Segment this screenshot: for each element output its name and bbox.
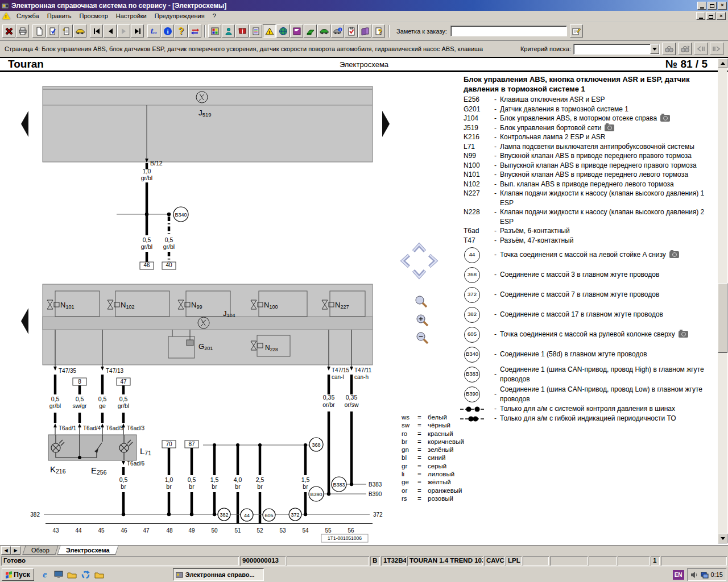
new-document-button[interactable] xyxy=(32,24,46,38)
legend-description: Выпускной клапан ABS в приводе переднего… xyxy=(500,161,717,171)
diagram-label: 70 xyxy=(166,441,172,447)
diagram-label: gr/bl xyxy=(163,243,175,250)
documents-button[interactable] xyxy=(249,24,262,38)
scrollbar-thumb[interactable] xyxy=(718,283,727,353)
quicklaunch-desktop-icon[interactable] xyxy=(53,569,64,580)
diagram-label: T47/15 xyxy=(332,367,350,373)
color-code-row-bl: bl=синий xyxy=(402,454,464,462)
menu-item-Просмотр[interactable]: Просмотр xyxy=(76,11,112,20)
refresh-button[interactable] xyxy=(188,24,201,38)
nav-first-button[interactable] xyxy=(90,24,103,38)
zoom-in-icon[interactable] xyxy=(415,313,430,328)
document-help-button[interactable]: ? xyxy=(372,24,385,38)
nav-next-button[interactable] xyxy=(117,24,130,38)
menu-item-Настройки[interactable]: Настройки xyxy=(112,11,151,20)
legend-term: L71 xyxy=(464,142,475,152)
goto-button[interactable]: t.. xyxy=(147,24,160,38)
diagram-label: can-l xyxy=(332,374,344,380)
tab-scroll-left-button[interactable]: ◀ xyxy=(1,546,11,555)
status-cell-8 xyxy=(523,556,549,566)
diagram-scroll-right-icon[interactable] xyxy=(382,111,390,137)
new-order-button[interactable] xyxy=(60,24,73,38)
parts-catalog-button[interactable] xyxy=(208,24,221,38)
tab-Электросхема[interactable]: Электросхема xyxy=(57,546,118,555)
find-button[interactable] xyxy=(662,43,676,55)
zoom-out-icon[interactable] xyxy=(415,331,430,346)
jump-forward-button[interactable] xyxy=(710,43,723,55)
close-button[interactable]: × xyxy=(718,2,727,10)
legend-term: N227 xyxy=(464,189,480,198)
internet-button[interactable] xyxy=(276,24,289,38)
tab-scroll-right-button[interactable]: ▶ xyxy=(11,546,20,555)
language-indicator[interactable]: EN xyxy=(673,570,684,580)
combo-dropdown-button[interactable] xyxy=(650,44,659,54)
nav-last-button[interactable] xyxy=(131,24,144,38)
vehicle-info-button[interactable]: i xyxy=(331,24,344,38)
info-button[interactable]: i xyxy=(161,24,174,38)
quicklaunch-folder-icon[interactable] xyxy=(67,569,77,580)
diagram-scroll-left2-icon[interactable] xyxy=(21,308,28,334)
pan-right-icon[interactable] xyxy=(427,252,439,269)
diagram-label: K216 xyxy=(50,464,66,475)
child-restore-button[interactable] xyxy=(706,12,715,20)
vehicle-data-button[interactable] xyxy=(317,24,330,38)
legend-item-372: 372-Соединение с массой 7 в главном жгут… xyxy=(464,285,717,305)
scroll-down-button[interactable] xyxy=(718,534,727,543)
quicklaunch-folder2-icon[interactable] xyxy=(94,569,105,580)
wire-symbol xyxy=(460,406,485,413)
status-cell-0: Готово xyxy=(1,556,239,566)
menu-item-Предупреждения[interactable]: Предупреждения xyxy=(151,11,209,20)
manuals-button[interactable] xyxy=(235,24,249,38)
legend-dash: - xyxy=(491,207,500,217)
diagram-label: T47/11 xyxy=(354,367,372,373)
network-icon[interactable] xyxy=(701,571,709,579)
search-combobox[interactable] xyxy=(573,44,660,55)
flag-button[interactable] xyxy=(290,24,303,38)
menu-item-Править[interactable]: Править xyxy=(43,11,76,20)
menu-item-?[interactable]: ? xyxy=(209,11,220,20)
pan-left-icon[interactable] xyxy=(399,252,412,269)
diagram-label: 43 xyxy=(52,527,59,534)
order-note-button[interactable] xyxy=(570,24,583,38)
tasks-button[interactable] xyxy=(345,24,358,38)
edit-document-button[interactable] xyxy=(46,24,59,38)
status-cell-13 xyxy=(661,556,727,566)
minimize-button[interactable] xyxy=(697,2,706,10)
nav-prev-button[interactable] xyxy=(104,24,117,38)
find-next-button[interactable] xyxy=(678,43,692,55)
warnings-button[interactable]: ! xyxy=(263,24,276,38)
menu-item-Служба[interactable]: Служба xyxy=(13,11,43,20)
diagram-label: 0,5 xyxy=(188,476,196,483)
archive-button[interactable] xyxy=(358,24,371,38)
jump-back-button[interactable] xyxy=(694,43,708,55)
diagram-label: 56 xyxy=(348,527,354,534)
child-minimize-button[interactable] xyxy=(696,12,705,20)
print-button[interactable] xyxy=(16,24,29,38)
quicklaunch-ie-icon[interactable]: e xyxy=(40,569,50,580)
legend-dash: - xyxy=(491,132,500,142)
tab-Обзор[interactable]: Обзор xyxy=(22,546,58,555)
vertical-scrollbar[interactable] xyxy=(718,59,727,543)
diagram-label: sw/gr xyxy=(72,402,87,409)
customer-button[interactable] xyxy=(222,24,235,38)
pan-down-icon[interactable] xyxy=(411,268,428,280)
order-note-input[interactable] xyxy=(450,26,567,36)
zoom-tool-icon[interactable] xyxy=(414,294,429,309)
volume-icon[interactable] xyxy=(690,571,698,579)
task-button-elsa[interactable]: Электронная справо... xyxy=(173,568,264,581)
system-tray: 0:15 xyxy=(687,568,726,581)
svg-text:!: ! xyxy=(268,30,270,35)
pan-up-icon[interactable] xyxy=(411,242,428,254)
eraser-button[interactable] xyxy=(304,24,317,38)
vehicle-button[interactable] xyxy=(73,24,86,38)
scroll-up-button[interactable] xyxy=(718,59,727,68)
child-close-button[interactable]: × xyxy=(717,12,726,20)
diagram-scroll-left-icon[interactable] xyxy=(21,111,28,137)
warning-icon xyxy=(2,13,10,19)
restore-button[interactable] xyxy=(708,2,717,10)
exit-button[interactable] xyxy=(2,24,15,38)
start-button[interactable]: Пуск xyxy=(2,568,34,581)
diagram-label: T47/13 xyxy=(106,368,124,374)
quicklaunch-update-icon[interactable] xyxy=(81,569,91,580)
help-button[interactable]: ? xyxy=(175,24,188,38)
